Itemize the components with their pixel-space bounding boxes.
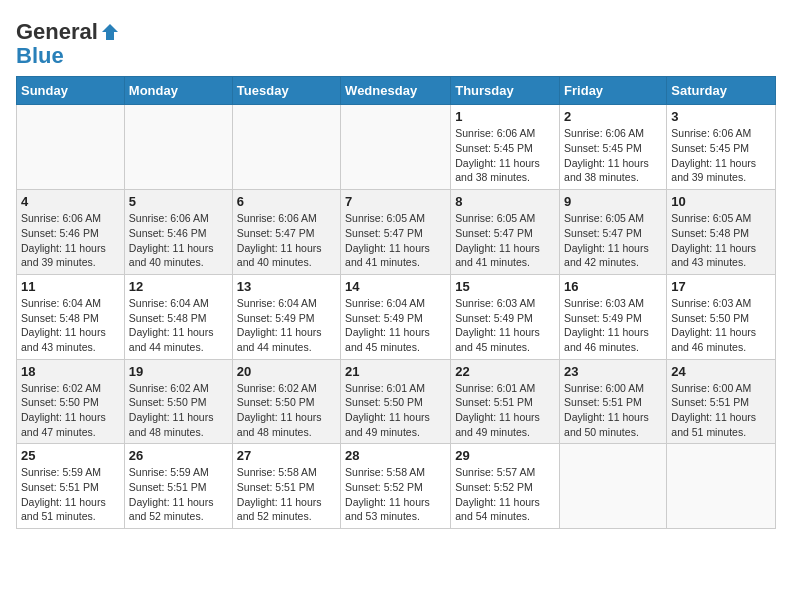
day-info: Sunrise: 6:06 AM Sunset: 5:46 PM Dayligh…	[21, 211, 120, 270]
day-header-sunday: Sunday	[17, 77, 125, 105]
day-number: 17	[671, 279, 771, 294]
calendar-cell	[124, 105, 232, 190]
day-info: Sunrise: 5:59 AM Sunset: 5:51 PM Dayligh…	[21, 465, 120, 524]
calendar-cell	[667, 444, 776, 529]
day-info: Sunrise: 6:06 AM Sunset: 5:47 PM Dayligh…	[237, 211, 336, 270]
day-info: Sunrise: 6:01 AM Sunset: 5:51 PM Dayligh…	[455, 381, 555, 440]
calendar-cell: 25Sunrise: 5:59 AM Sunset: 5:51 PM Dayli…	[17, 444, 125, 529]
day-number: 14	[345, 279, 446, 294]
calendar-cell: 16Sunrise: 6:03 AM Sunset: 5:49 PM Dayli…	[560, 274, 667, 359]
day-header-tuesday: Tuesday	[232, 77, 340, 105]
day-number: 3	[671, 109, 771, 124]
day-info: Sunrise: 6:04 AM Sunset: 5:49 PM Dayligh…	[237, 296, 336, 355]
day-number: 4	[21, 194, 120, 209]
calendar-cell: 15Sunrise: 6:03 AM Sunset: 5:49 PM Dayli…	[451, 274, 560, 359]
calendar-cell: 12Sunrise: 6:04 AM Sunset: 5:48 PM Dayli…	[124, 274, 232, 359]
calendar-cell: 18Sunrise: 6:02 AM Sunset: 5:50 PM Dayli…	[17, 359, 125, 444]
calendar-cell	[560, 444, 667, 529]
day-info: Sunrise: 6:05 AM Sunset: 5:48 PM Dayligh…	[671, 211, 771, 270]
week-row-1: 1Sunrise: 6:06 AM Sunset: 5:45 PM Daylig…	[17, 105, 776, 190]
calendar-cell: 8Sunrise: 6:05 AM Sunset: 5:47 PM Daylig…	[451, 190, 560, 275]
day-number: 5	[129, 194, 228, 209]
day-header-wednesday: Wednesday	[341, 77, 451, 105]
day-number: 16	[564, 279, 662, 294]
day-info: Sunrise: 6:02 AM Sunset: 5:50 PM Dayligh…	[129, 381, 228, 440]
day-info: Sunrise: 6:00 AM Sunset: 5:51 PM Dayligh…	[564, 381, 662, 440]
calendar-cell: 24Sunrise: 6:00 AM Sunset: 5:51 PM Dayli…	[667, 359, 776, 444]
day-number: 13	[237, 279, 336, 294]
day-info: Sunrise: 5:58 AM Sunset: 5:52 PM Dayligh…	[345, 465, 446, 524]
day-info: Sunrise: 6:01 AM Sunset: 5:50 PM Dayligh…	[345, 381, 446, 440]
day-info: Sunrise: 5:59 AM Sunset: 5:51 PM Dayligh…	[129, 465, 228, 524]
day-info: Sunrise: 5:57 AM Sunset: 5:52 PM Dayligh…	[455, 465, 555, 524]
calendar-cell: 9Sunrise: 6:05 AM Sunset: 5:47 PM Daylig…	[560, 190, 667, 275]
day-info: Sunrise: 6:03 AM Sunset: 5:49 PM Dayligh…	[455, 296, 555, 355]
day-number: 10	[671, 194, 771, 209]
day-number: 18	[21, 364, 120, 379]
day-number: 7	[345, 194, 446, 209]
calendar-cell: 1Sunrise: 6:06 AM Sunset: 5:45 PM Daylig…	[451, 105, 560, 190]
calendar-cell: 28Sunrise: 5:58 AM Sunset: 5:52 PM Dayli…	[341, 444, 451, 529]
calendar-cell: 11Sunrise: 6:04 AM Sunset: 5:48 PM Dayli…	[17, 274, 125, 359]
day-number: 12	[129, 279, 228, 294]
calendar-cell: 22Sunrise: 6:01 AM Sunset: 5:51 PM Dayli…	[451, 359, 560, 444]
logo: General Blue	[16, 20, 120, 68]
calendar-cell: 4Sunrise: 6:06 AM Sunset: 5:46 PM Daylig…	[17, 190, 125, 275]
calendar-cell: 5Sunrise: 6:06 AM Sunset: 5:46 PM Daylig…	[124, 190, 232, 275]
day-number: 28	[345, 448, 446, 463]
day-number: 11	[21, 279, 120, 294]
day-info: Sunrise: 6:03 AM Sunset: 5:49 PM Dayligh…	[564, 296, 662, 355]
calendar-cell: 27Sunrise: 5:58 AM Sunset: 5:51 PM Dayli…	[232, 444, 340, 529]
day-number: 23	[564, 364, 662, 379]
day-info: Sunrise: 6:05 AM Sunset: 5:47 PM Dayligh…	[564, 211, 662, 270]
svg-marker-0	[102, 24, 118, 40]
calendar-cell	[17, 105, 125, 190]
calendar-cell: 14Sunrise: 6:04 AM Sunset: 5:49 PM Dayli…	[341, 274, 451, 359]
day-header-monday: Monday	[124, 77, 232, 105]
day-info: Sunrise: 6:06 AM Sunset: 5:45 PM Dayligh…	[671, 126, 771, 185]
day-info: Sunrise: 6:06 AM Sunset: 5:46 PM Dayligh…	[129, 211, 228, 270]
week-row-4: 18Sunrise: 6:02 AM Sunset: 5:50 PM Dayli…	[17, 359, 776, 444]
day-number: 9	[564, 194, 662, 209]
day-info: Sunrise: 6:02 AM Sunset: 5:50 PM Dayligh…	[21, 381, 120, 440]
calendar-cell: 2Sunrise: 6:06 AM Sunset: 5:45 PM Daylig…	[560, 105, 667, 190]
header: General Blue	[16, 16, 776, 68]
day-number: 8	[455, 194, 555, 209]
calendar-cell: 10Sunrise: 6:05 AM Sunset: 5:48 PM Dayli…	[667, 190, 776, 275]
day-number: 1	[455, 109, 555, 124]
logo-icon	[100, 22, 120, 42]
calendar-cell	[341, 105, 451, 190]
day-info: Sunrise: 6:05 AM Sunset: 5:47 PM Dayligh…	[345, 211, 446, 270]
day-number: 29	[455, 448, 555, 463]
week-row-5: 25Sunrise: 5:59 AM Sunset: 5:51 PM Dayli…	[17, 444, 776, 529]
day-number: 15	[455, 279, 555, 294]
day-number: 27	[237, 448, 336, 463]
calendar-table: SundayMondayTuesdayWednesdayThursdayFrid…	[16, 76, 776, 529]
day-header-friday: Friday	[560, 77, 667, 105]
logo-text: General	[16, 20, 98, 44]
day-number: 19	[129, 364, 228, 379]
day-info: Sunrise: 6:06 AM Sunset: 5:45 PM Dayligh…	[455, 126, 555, 185]
logo-blue-text: Blue	[16, 44, 120, 68]
calendar-cell: 20Sunrise: 6:02 AM Sunset: 5:50 PM Dayli…	[232, 359, 340, 444]
day-header-thursday: Thursday	[451, 77, 560, 105]
day-number: 25	[21, 448, 120, 463]
day-info: Sunrise: 6:04 AM Sunset: 5:48 PM Dayligh…	[129, 296, 228, 355]
calendar-cell: 21Sunrise: 6:01 AM Sunset: 5:50 PM Dayli…	[341, 359, 451, 444]
calendar-cell: 13Sunrise: 6:04 AM Sunset: 5:49 PM Dayli…	[232, 274, 340, 359]
calendar-cell: 23Sunrise: 6:00 AM Sunset: 5:51 PM Dayli…	[560, 359, 667, 444]
day-number: 6	[237, 194, 336, 209]
calendar-cell: 17Sunrise: 6:03 AM Sunset: 5:50 PM Dayli…	[667, 274, 776, 359]
calendar-cell: 26Sunrise: 5:59 AM Sunset: 5:51 PM Dayli…	[124, 444, 232, 529]
day-info: Sunrise: 6:06 AM Sunset: 5:45 PM Dayligh…	[564, 126, 662, 185]
calendar-cell: 7Sunrise: 6:05 AM Sunset: 5:47 PM Daylig…	[341, 190, 451, 275]
day-info: Sunrise: 6:00 AM Sunset: 5:51 PM Dayligh…	[671, 381, 771, 440]
week-row-2: 4Sunrise: 6:06 AM Sunset: 5:46 PM Daylig…	[17, 190, 776, 275]
day-number: 22	[455, 364, 555, 379]
day-number: 21	[345, 364, 446, 379]
day-number: 2	[564, 109, 662, 124]
calendar-cell: 6Sunrise: 6:06 AM Sunset: 5:47 PM Daylig…	[232, 190, 340, 275]
day-number: 24	[671, 364, 771, 379]
calendar-cell: 3Sunrise: 6:06 AM Sunset: 5:45 PM Daylig…	[667, 105, 776, 190]
days-header-row: SundayMondayTuesdayWednesdayThursdayFrid…	[17, 77, 776, 105]
